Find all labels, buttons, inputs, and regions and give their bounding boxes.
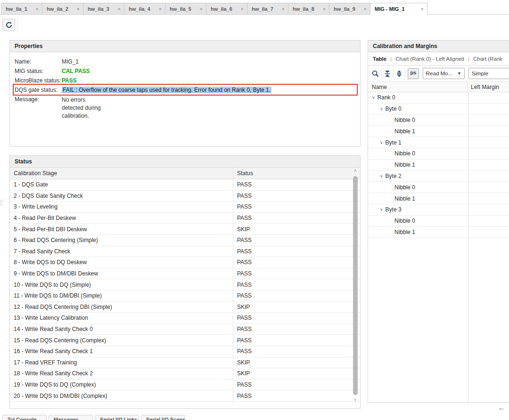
- status-table-row[interactable]: 16 - Write Read Sanity Check 1PASS: [10, 346, 360, 357]
- tree-node-label: Nibble 0: [394, 150, 415, 157]
- tree-row-nibble-0[interactable]: Nibble 0: [368, 182, 509, 193]
- status-table-row[interactable]: 4 - Read Per-Bit DeskewPASS: [10, 213, 360, 224]
- close-tab-icon[interactable]: ×: [323, 6, 326, 12]
- chevron-down-icon[interactable]: ∨: [380, 106, 383, 111]
- expand-all-button[interactable]: [396, 68, 402, 79]
- tree-row-nibble-1[interactable]: Nibble 1: [368, 227, 509, 238]
- close-tab-icon[interactable]: ×: [118, 6, 121, 12]
- toolbar-separator: [17, 19, 18, 31]
- calibration-stage-cell: 1 - DQS Gate: [10, 179, 233, 190]
- read-mode-dropdown[interactable]: Read Mo... ▼: [423, 68, 465, 79]
- status-table-row[interactable]: 14 - Write Read Sanity Check 0PASS: [10, 324, 360, 335]
- tab-hw-ila-2[interactable]: hw_ila_2×: [42, 3, 83, 14]
- close-tab-icon[interactable]: ×: [36, 6, 39, 12]
- view-tab-chart-rank-0-left-aligned[interactable]: Chart (Rank 0) - Left Aligned: [395, 56, 464, 62]
- read-mode-dropdown-value: Read Mo...: [426, 71, 452, 76]
- tree-row-nibble-0[interactable]: Nibble 0: [368, 115, 509, 126]
- status-table-row[interactable]: 20 - Write DQS to DM/DBI (Complex)PASS: [10, 390, 360, 402]
- tree-row-byte-0[interactable]: ∨Byte 0: [368, 104, 509, 115]
- close-tab-icon[interactable]: ×: [200, 6, 203, 12]
- status-table-row[interactable]: 12 - Read DQS Centering DBI (Simple)SKIP: [10, 302, 360, 313]
- tab-label: hw_ila_8: [293, 6, 314, 12]
- dock-tab-serial-i-o-links[interactable]: Serial I/O Links: [95, 415, 139, 420]
- pattern-dropdown[interactable]: Simple: [468, 68, 509, 79]
- search-button[interactable]: [372, 68, 379, 79]
- refresh-button[interactable]: [2, 19, 15, 31]
- close-tab-icon[interactable]: ×: [282, 6, 285, 12]
- tab-hw-ila-7[interactable]: hw_ila_7×: [247, 3, 288, 14]
- tab-label: hw_ila_7: [252, 6, 273, 12]
- tree-row-nibble-0[interactable]: Nibble 0: [368, 148, 509, 160]
- column-header-status[interactable]: Status: [233, 170, 360, 177]
- calibration-stage-cell: 15 - Read DQS Centering (Complex): [10, 335, 233, 346]
- scroll-down-icon[interactable]: ˅: [352, 398, 359, 404]
- scroll-up-icon[interactable]: ˄: [352, 169, 359, 174]
- tab-hw-ila-9[interactable]: hw_ila_9×: [329, 3, 370, 14]
- status-table-row[interactable]: 13 - Write Latency CalibrationPASS: [10, 313, 360, 324]
- tree-row-nibble-1[interactable]: Nibble 1: [368, 193, 509, 204]
- close-tab-icon[interactable]: ×: [159, 6, 162, 12]
- tree-row-nibble-0[interactable]: Nibble 0: [368, 216, 509, 227]
- calibration-stage-cell: 16 - Write Read Sanity Check 1: [10, 346, 233, 357]
- status-table-row[interactable]: 10 - Write DQS to DQ (Simple)PASS: [10, 279, 360, 291]
- status-table-row[interactable]: 1 - DQS GatePASS: [10, 179, 360, 191]
- status-table-row[interactable]: 5 - Read Per-Bit DBI DeskewSKIP: [10, 224, 360, 235]
- status-table-row[interactable]: 18 - Write Read Sanity Check 2SKIP: [10, 368, 360, 380]
- tab-hw-ila-5[interactable]: hw_ila_5×: [165, 3, 206, 14]
- status-table-row[interactable]: 3 - Write LevelingPASS: [10, 202, 360, 213]
- tab-label: hw_ila_4: [129, 6, 150, 12]
- tab-mig-mig-1[interactable]: MIG - MIG_1×: [370, 3, 427, 14]
- column-header-name[interactable]: Name: [368, 82, 468, 92]
- status-table-row[interactable]: 19 - Write DQS to DQ (Complex)PASS: [10, 380, 360, 391]
- calibration-stage-cell: 14 - Write Read Sanity Check 0: [10, 324, 233, 335]
- tab-hw-ila-1[interactable]: hw_ila_1×: [1, 3, 42, 14]
- status-table-row[interactable]: 7 - Read Sanity CheckPASS: [10, 246, 360, 258]
- tab-hw-ila-8[interactable]: hw_ila_8×: [288, 3, 329, 14]
- collapse-all-button[interactable]: [384, 68, 391, 79]
- tree-row-rank-0[interactable]: ∨Rank 0: [368, 92, 509, 104]
- refresh-icon: [5, 21, 13, 29]
- message-line: calibration.: [62, 112, 101, 120]
- status-scrollbar[interactable]: ˄ ˅: [352, 169, 359, 404]
- close-tab-icon[interactable]: ×: [364, 6, 367, 12]
- expand-all-icon: [396, 70, 402, 77]
- dock-tab-messages[interactable]: Messages: [49, 415, 93, 420]
- property-value: FAIL : Overflow of the coarse taps used …: [62, 87, 271, 93]
- tree-row-nibble-1[interactable]: Nibble 1: [368, 160, 509, 171]
- status-table-row[interactable]: 15 - Read DQS Centering (Complex)PASS: [10, 335, 360, 346]
- tree-row-nibble-1[interactable]: Nibble 1: [368, 126, 509, 137]
- column-header-calibration-stage[interactable]: Calibration Stage: [10, 168, 233, 179]
- close-tab-icon[interactable]: ×: [77, 6, 80, 12]
- tab-hw-ila-3[interactable]: hw_ila_3×: [83, 3, 124, 14]
- tab-hw-ila-6[interactable]: hw_ila_6×: [206, 3, 247, 14]
- status-table-row[interactable]: 2 - DQS Gate Sanity CheckPASS: [10, 191, 360, 202]
- dock-tab-tcl-console[interactable]: Tcl Console: [2, 415, 47, 420]
- calibration-stage-cell: 6 - Read DQS Centering (Simple): [10, 235, 233, 246]
- property-label: DQS gate status:: [15, 87, 62, 93]
- pattern-dropdown-value: Simple: [472, 71, 488, 76]
- tab-hw-ila-4[interactable]: hw_ila_4×: [124, 3, 165, 14]
- tree-row-byte-3[interactable]: ∨Byte 3: [368, 204, 509, 216]
- tree-row-byte-2[interactable]: ∨Byte 2: [368, 171, 509, 182]
- status-table-row[interactable]: 8 - Write DQS to DQ DeskewPASS: [10, 257, 360, 268]
- close-tab-icon[interactable]: ×: [421, 6, 424, 12]
- status-table-row[interactable]: 11 - Write DQS to DM/DBI (Simple)PASS: [10, 291, 360, 302]
- status-table-row[interactable]: 17 - Read VREF TrainingSKIP: [10, 357, 360, 369]
- view-tab-chart-rank[interactable]: Chart (Rank: [473, 56, 502, 62]
- status-table-row[interactable]: 9 - Write DQS to DM/DBI DeskewPASS: [10, 268, 360, 280]
- scrollbar-thumb[interactable]: [353, 176, 358, 395]
- tree-row-byte-1[interactable]: ∨Byte 1: [368, 137, 509, 148]
- chevron-down-icon[interactable]: ∨: [372, 95, 375, 100]
- picoseconds-toggle-button[interactable]: ps: [408, 68, 419, 79]
- chevron-down-icon[interactable]: ∨: [380, 207, 383, 212]
- view-tab-table[interactable]: Table: [373, 56, 386, 62]
- tab-label: hw_ila_2: [47, 6, 68, 12]
- dock-tab-serial-i-o-scans[interactable]: Serial I/O Scans: [141, 415, 185, 420]
- column-header-left-margin[interactable]: Left Margin: [468, 84, 509, 90]
- chevron-down-icon[interactable]: ∨: [380, 174, 383, 178]
- status-table-row[interactable]: 6 - Read DQS Centering (Simple)PASS: [10, 235, 360, 246]
- status-cell: PASS: [233, 337, 360, 344]
- close-tab-icon[interactable]: ×: [241, 6, 244, 12]
- chevron-down-icon[interactable]: ∨: [380, 140, 383, 145]
- collapsed-panel-chevron-icon[interactable]: ‹: [0, 192, 3, 210]
